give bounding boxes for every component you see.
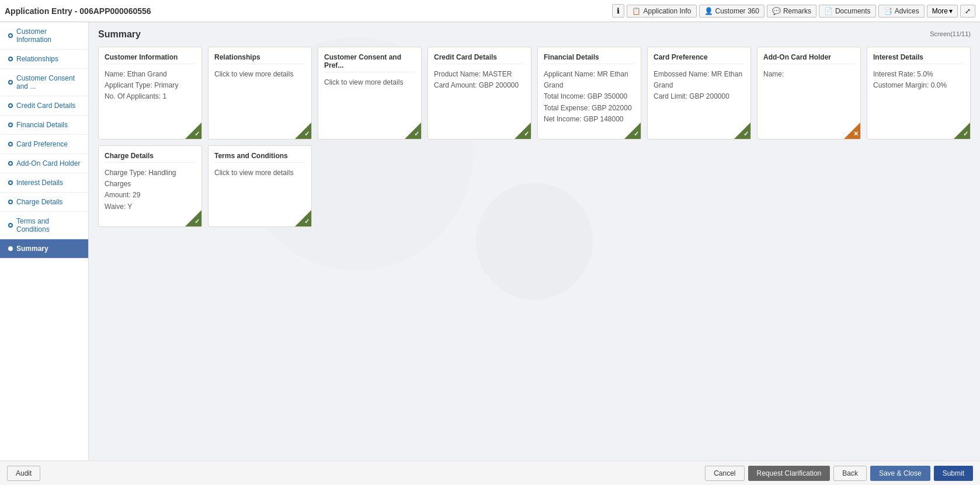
- sidebar-item-terms-conditions[interactable]: Terms and Conditions: [0, 212, 88, 239]
- card-line: Total Income: GBP 350000: [544, 91, 635, 102]
- more-button[interactable]: More ▾: [927, 5, 958, 18]
- card-addon-body: Name:: [763, 69, 854, 80]
- card-checkmark-icon: ✓: [634, 130, 639, 138]
- card-customer-info-title: Customer Information: [105, 53, 196, 64]
- card-relationships[interactable]: RelationshipsClick to view more details✓: [208, 47, 312, 139]
- cards-row-1: Customer InformationName: Ethan GrandApp…: [98, 47, 971, 139]
- sidebar-item-card-preference[interactable]: Card Preference: [0, 135, 88, 154]
- documents-button[interactable]: 📄 Documents: [819, 5, 876, 18]
- sidebar: Customer InformationRelationshipsCustome…: [0, 22, 89, 460]
- footer: Audit Cancel Request Clarification Back …: [0, 460, 980, 485]
- footer-left: Audit: [7, 466, 40, 481]
- remarks-button[interactable]: 💬 Remarks: [767, 5, 816, 18]
- card-customer-consent-body: Click to view more details: [324, 77, 415, 88]
- card-line: Total Expense: GBP 202000: [544, 103, 635, 114]
- card-terms[interactable]: Terms and ConditionsClick to view more d…: [208, 145, 312, 227]
- card-checkmark-icon: ✓: [194, 130, 200, 138]
- card-line: Click to view more details: [324, 77, 415, 88]
- card-x-icon: ✕: [853, 130, 859, 138]
- card-card-preference-body: Embossed Name: MR Ethan GrandCard Limit:…: [654, 69, 745, 103]
- card-line: Card Limit: GBP 200000: [654, 91, 745, 102]
- expand-button[interactable]: ⤢: [960, 5, 975, 18]
- cancel-button[interactable]: Cancel: [705, 466, 744, 481]
- sidebar-dot: [8, 180, 13, 185]
- chevron-down-icon: ▾: [949, 7, 953, 15]
- card-interest[interactable]: Interest DetailsInterest Rate: 5.0%Custo…: [867, 47, 971, 139]
- sidebar-item-add-on-card-holder[interactable]: Add-On Card Holder: [0, 154, 88, 173]
- card-customer-info[interactable]: Customer InformationName: Ethan GrandApp…: [98, 47, 202, 139]
- audit-button[interactable]: Audit: [7, 466, 40, 481]
- sidebar-item-customer-consent[interactable]: Customer Consent and ...: [0, 69, 88, 96]
- documents-icon: 📄: [824, 7, 833, 15]
- submit-button[interactable]: Submit: [934, 466, 973, 481]
- card-line: Amount: 29: [105, 190, 196, 201]
- content-area: Summary Screen(11/11) Customer Informati…: [89, 22, 980, 460]
- application-info-button[interactable]: 📋 Application Info: [627, 5, 696, 18]
- card-charge-body: Charge Type: Handling ChargesAmount: 29W…: [105, 168, 196, 212]
- sidebar-dot: [8, 223, 13, 228]
- sidebar-item-customer-information[interactable]: Customer Information: [0, 22, 88, 50]
- sidebar-item-label: Summary: [16, 245, 48, 253]
- sidebar-item-label: Customer Information: [16, 27, 84, 44]
- save-close-button[interactable]: Save & Close: [870, 466, 930, 481]
- card-financial-title: Financial Details: [544, 53, 635, 64]
- sidebar-item-credit-card-details[interactable]: Credit Card Details: [0, 96, 88, 116]
- customer-360-icon: 👤: [704, 7, 713, 15]
- card-customer-consent[interactable]: Customer Consent and Pref...Click to vie…: [318, 47, 422, 139]
- card-terms-title: Terms and Conditions: [214, 152, 305, 163]
- sidebar-dot: [8, 33, 13, 38]
- sidebar-item-label: Interest Details: [16, 179, 63, 187]
- sidebar-dot: [8, 80, 13, 85]
- card-financial[interactable]: Financial DetailsApplicant Name: MR Etha…: [537, 47, 641, 139]
- card-customer-info-body: Name: Ethan GrandApplicant Type: Primary…: [105, 69, 196, 103]
- card-checkmark-icon: ✓: [963, 130, 968, 138]
- card-charge-title: Charge Details: [105, 152, 196, 163]
- card-card-preference-title: Card Preference: [654, 53, 745, 64]
- card-line: Applicant Name: MR Ethan Grand: [544, 69, 635, 91]
- card-line: Charge Type: Handling Charges: [105, 168, 196, 190]
- footer-right: Cancel Request Clarification Back Save &…: [705, 466, 973, 481]
- sidebar-item-financial-details[interactable]: Financial Details: [0, 116, 88, 135]
- main-layout: Customer InformationRelationshipsCustome…: [0, 22, 980, 460]
- advices-icon: 📑: [884, 7, 892, 15]
- sidebar-item-label: Financial Details: [16, 121, 68, 129]
- card-checkmark-icon: ✓: [304, 218, 310, 225]
- card-line: Click to view more details: [214, 69, 305, 80]
- header-buttons: ℹ 📋 Application Info 👤 Customer 360 💬 Re…: [612, 4, 975, 18]
- card-charge[interactable]: Charge DetailsCharge Type: Handling Char…: [98, 145, 202, 227]
- sidebar-item-label: Terms and Conditions: [16, 217, 84, 233]
- header: Application Entry - 006APP000060556 ℹ 📋 …: [0, 0, 980, 22]
- sidebar-item-charge-details[interactable]: Charge Details: [0, 193, 88, 212]
- card-relationships-body: Click to view more details: [214, 69, 305, 80]
- card-checkmark-icon: ✓: [524, 130, 529, 138]
- sidebar-dot: [8, 142, 13, 146]
- content-title: Summary: [98, 29, 971, 40]
- card-line: Product Name: MASTER: [434, 69, 525, 80]
- card-line: Name: Ethan Grand: [105, 69, 196, 80]
- sidebar-item-label: Credit Card Details: [16, 102, 75, 110]
- sidebar-dot: [8, 57, 13, 61]
- request-clarification-button[interactable]: Request Clarification: [748, 466, 830, 481]
- sidebar-item-interest-details[interactable]: Interest Details: [0, 173, 88, 193]
- card-line: Embossed Name: MR Ethan Grand: [654, 69, 745, 91]
- card-line: Card Amount: GBP 200000: [434, 80, 525, 91]
- sidebar-item-label: Card Preference: [16, 140, 68, 148]
- customer-360-button[interactable]: 👤 Customer 360: [699, 5, 764, 18]
- sidebar-item-summary[interactable]: Summary: [0, 239, 88, 259]
- back-button[interactable]: Back: [833, 466, 867, 481]
- page-title: Application Entry - 006APP000060556: [5, 6, 612, 16]
- card-addon[interactable]: Add-On Card HolderName:✕: [757, 47, 861, 139]
- remarks-icon: 💬: [772, 7, 781, 15]
- card-checkmark-icon: ✓: [304, 130, 310, 138]
- advices-button[interactable]: 📑 Advices: [878, 5, 925, 18]
- card-addon-title: Add-On Card Holder: [763, 53, 854, 64]
- card-line: Name:: [763, 69, 854, 80]
- application-info-icon: 📋: [632, 7, 641, 15]
- card-credit-card-body: Product Name: MASTERCard Amount: GBP 200…: [434, 69, 525, 91]
- info-icon-button[interactable]: ℹ: [612, 4, 624, 18]
- card-terms-body: Click to view more details: [214, 168, 305, 179]
- card-card-preference[interactable]: Card PreferenceEmbossed Name: MR Ethan G…: [647, 47, 751, 139]
- sidebar-item-relationships[interactable]: Relationships: [0, 50, 88, 69]
- card-credit-card[interactable]: Credit Card DetailsProduct Name: MASTERC…: [428, 47, 531, 139]
- screen-label: Screen(11/11): [930, 30, 971, 37]
